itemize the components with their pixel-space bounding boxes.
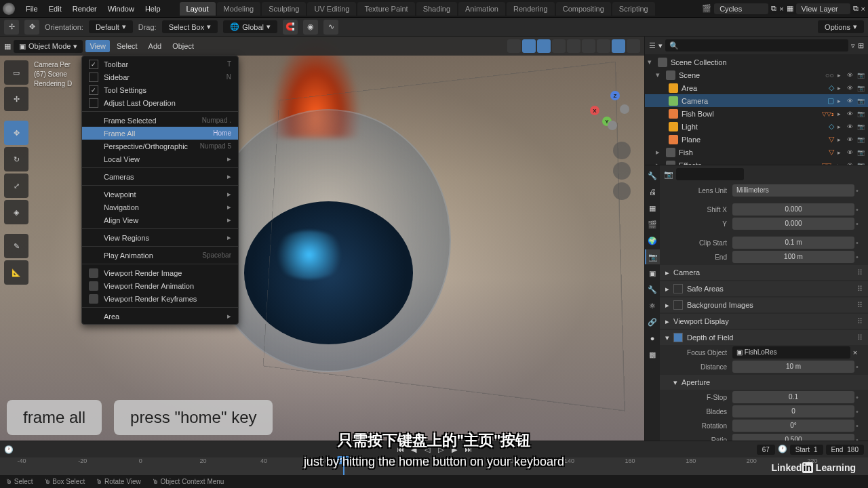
shading-matprev-icon[interactable] (597, 39, 610, 53)
viewport-3d[interactable]: ▦ ▣ Object Mode ▾ View Select Add Object… (0, 37, 644, 441)
tab-sculpting[interactable]: Sculpting (262, 2, 306, 16)
menu-help[interactable]: Help (140, 2, 166, 16)
panel-dof[interactable]: ▾Depth of Field⠿ (660, 330, 868, 345)
drag-select[interactable]: Select Box ▾ (162, 20, 218, 33)
tool-move[interactable]: ✥ (4, 121, 28, 145)
menu-render[interactable]: Render (67, 2, 102, 16)
shading-wireframe-icon[interactable] (567, 39, 580, 53)
camera-view-icon[interactable] (613, 182, 631, 200)
menu-play-animation[interactable]: Play AnimationSpacebar (82, 249, 238, 262)
gizmo-icon[interactable] (522, 39, 536, 53)
menu-window[interactable]: Window (102, 2, 140, 16)
tab-shading[interactable]: Shading (416, 2, 457, 16)
menu-toolbar[interactable]: ToolbarT (82, 58, 238, 70)
prop-tab-viewlayer[interactable]: ▦ (645, 201, 660, 216)
copy-icon[interactable]: ⧉ (771, 4, 776, 13)
prop-tab-object-data[interactable]: 📷 (645, 249, 660, 264)
current-frame-field[interactable]: 67 (757, 445, 775, 455)
menu-adjust-last[interactable]: Adjust Last Operation (82, 96, 238, 109)
menu-view-regions[interactable]: View Regions▸ (82, 231, 238, 244)
outliner-item[interactable]: Fish Bowl▽▽₃▸👁📷 (645, 107, 868, 120)
menu-area[interactable]: Area▸ (82, 310, 238, 323)
prop-type-icon[interactable]: 📷 (664, 170, 673, 179)
menu-align-view[interactable]: Align View▸ (82, 214, 238, 226)
blender-logo-icon[interactable] (3, 3, 15, 15)
start-frame-field[interactable]: Start1 (790, 445, 823, 455)
panel-aperture[interactable]: ▾Aperture (660, 375, 868, 390)
viewport-menu-add[interactable]: Add (144, 40, 166, 52)
outliner-item[interactable]: ▸Fish▽▸👁📷 (645, 146, 868, 159)
pause-render-icon[interactable] (627, 39, 640, 53)
prop-tab-physics[interactable]: ⚛ (645, 298, 660, 313)
prop-tab-constraint[interactable]: 🔗 (645, 314, 660, 329)
viewlayer-select[interactable]: View Layer (796, 3, 850, 14)
outliner-item[interactable]: Light◇▸👁📷 (645, 120, 868, 133)
tab-animation[interactable]: Animation (458, 2, 505, 16)
xray-icon[interactable] (552, 39, 566, 53)
menu-tool-settings[interactable]: Tool Settings (82, 83, 238, 96)
tab-rendering[interactable]: Rendering (507, 2, 555, 16)
panel-bg-images[interactable]: ▸Background Images⠿ (660, 298, 868, 312)
close-icon[interactable]: × (779, 5, 783, 13)
outliner-item[interactable]: ▸Effects▽▽₃▸👁📷 (645, 159, 868, 165)
focus-object-field[interactable]: ▣ FishLoRes (732, 346, 850, 359)
tool-measure[interactable]: 📐 (4, 260, 28, 285)
timeline-type-icon[interactable]: 🕐 (4, 445, 14, 454)
prop-tab-output[interactable]: 🖨 (645, 184, 660, 199)
distance-field[interactable]: 10 m (732, 361, 854, 373)
outliner-item[interactable]: Plane▽▸👁📷 (645, 133, 868, 146)
menu-local-view[interactable]: Local View▸ (82, 152, 238, 165)
pan-icon[interactable] (613, 162, 631, 180)
prop-tab-render[interactable]: 🔧 (645, 168, 660, 183)
panel-safe-areas[interactable]: ▸Safe Areas⠿ (660, 281, 868, 296)
outliner-root[interactable]: ▾Scene Collection (645, 56, 868, 68)
viewlayer-icon[interactable]: ▦ (787, 4, 793, 13)
viewport-menu-object[interactable]: Object (168, 40, 198, 52)
mode-select[interactable]: ▣ Object Mode ▾ (14, 40, 83, 53)
fstop-field[interactable]: 0.1 (732, 391, 854, 403)
tool-scale[interactable]: ⤢ (4, 174, 28, 198)
select-visibility-icon[interactable] (507, 39, 521, 53)
menu-viewpoint[interactable]: Viewpoint▸ (82, 188, 238, 201)
panel-viewport-display[interactable]: ▸Viewport Display⠿ (660, 314, 868, 329)
prop-tab-modifier[interactable]: 🔧 (645, 282, 660, 297)
cursor-icon[interactable]: ✢ (4, 20, 19, 35)
outliner-search[interactable]: 🔍 (665, 39, 848, 52)
menu-frame-selected[interactable]: Frame SelectedNumpad . (82, 114, 238, 127)
orientation-select[interactable]: Default ▾ (89, 20, 133, 33)
prop-tab-scene[interactable]: 🎬 (645, 217, 660, 232)
shift-y-field[interactable]: 0.000 (732, 218, 854, 230)
move-icon[interactable]: ✥ (24, 20, 39, 35)
menu-file[interactable]: File (20, 2, 43, 16)
prop-tab-world[interactable]: 🌍 (645, 233, 660, 248)
outliner-item[interactable]: Area◇▸👁📷 (645, 81, 868, 94)
tab-uv[interactable]: UV Editing (307, 2, 356, 16)
menu-edit[interactable]: Edit (43, 2, 67, 16)
panel-camera[interactable]: ▸Camera⠿ (660, 265, 868, 280)
menu-persp-ortho[interactable]: Perspective/OrthographicNumpad 5 (82, 140, 238, 152)
auto-keyframe-icon[interactable]: 🕐 (778, 445, 787, 455)
tab-scripting[interactable]: Scripting (612, 2, 655, 16)
end-frame-field[interactable]: End180 (826, 445, 864, 455)
menu-vp-render-anim[interactable]: Viewport Render Animation (82, 279, 238, 292)
new-collection-icon[interactable]: ⊞ (858, 41, 864, 50)
prop-tab-object[interactable]: ▣ (645, 266, 660, 281)
snap-icon[interactable]: 🧲 (283, 20, 298, 35)
prop-tab-material[interactable]: ● (645, 331, 660, 346)
tab-compositing[interactable]: Compositing (556, 2, 611, 16)
tab-layout[interactable]: Layout (180, 2, 216, 16)
rotation-field[interactable]: 0° (732, 420, 854, 432)
outliner-item[interactable]: ▾Scene○○▸👁📷 (645, 68, 868, 81)
outliner-item-selected[interactable]: Camera▢▸👁📷 (645, 94, 868, 107)
editor-type-icon[interactable]: ▦ (4, 42, 11, 51)
viewport-menu-select[interactable]: Select (113, 40, 142, 52)
shading-rendered-icon[interactable] (612, 39, 625, 53)
shift-x-field[interactable]: 0.000 (732, 203, 854, 216)
blades-field[interactable]: 0 (732, 405, 854, 418)
clip-start-field[interactable]: 0.1 m (732, 237, 854, 249)
outliner-mode-icon[interactable]: ▾ (658, 41, 663, 50)
overlay-icon[interactable] (537, 39, 551, 53)
menu-cameras[interactable]: Cameras▸ (82, 170, 238, 183)
menu-frame-all[interactable]: Frame AllHome (82, 127, 238, 140)
menu-sidebar[interactable]: SidebarN (82, 70, 238, 83)
